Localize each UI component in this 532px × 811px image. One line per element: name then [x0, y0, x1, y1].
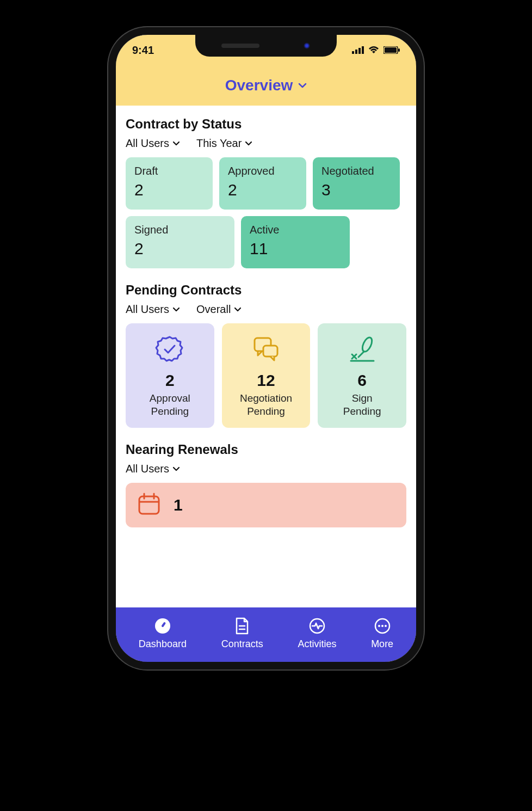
svg-rect-2 — [358, 48, 361, 54]
pending-card-sign[interactable]: 6SignPending — [318, 323, 406, 428]
phone-notch — [195, 35, 337, 57]
chevron-down-icon — [234, 307, 242, 312]
pending-label: NegotiationPending — [240, 392, 292, 418]
status-card-active[interactable]: Active11 — [241, 216, 350, 268]
chevron-down-icon — [245, 141, 252, 146]
section-title: Pending Contracts — [126, 282, 406, 298]
nav-dashboard[interactable]: Dashboard — [139, 617, 187, 650]
renewal-count: 1 — [174, 496, 183, 514]
svg-point-9 — [360, 336, 374, 353]
chevron-down-icon — [172, 466, 180, 471]
chevron-down-icon — [172, 141, 180, 146]
filter-users[interactable]: All Users — [126, 137, 180, 150]
status-indicators — [352, 44, 400, 57]
negotiation-icon — [250, 333, 282, 366]
pending-label: ApprovalPending — [150, 392, 190, 418]
svg-point-21 — [378, 625, 380, 627]
pending-card-approval[interactable]: 2ApprovalPending — [126, 323, 214, 428]
page-header[interactable]: Overview — [116, 65, 416, 106]
chevron-down-icon — [298, 81, 307, 90]
status-label: Approved — [228, 165, 298, 177]
calendar-icon — [137, 491, 162, 519]
document-icon — [233, 617, 251, 635]
chevron-down-icon — [172, 307, 180, 312]
svg-rect-3 — [362, 46, 364, 54]
status-label: Active — [250, 224, 341, 236]
status-count: 2 — [228, 181, 298, 199]
pending-card-negotiation[interactable]: 12NegotiationPending — [222, 323, 311, 428]
status-label: Draft — [134, 165, 204, 177]
status-count: 2 — [134, 239, 226, 258]
pending-count: 2 — [165, 371, 175, 390]
filter-period[interactable]: Overall — [196, 303, 242, 316]
status-time: 9:41 — [132, 44, 154, 57]
battery-icon — [383, 44, 400, 57]
status-label: Negotiated — [321, 165, 391, 177]
status-count: 2 — [134, 181, 204, 199]
wifi-icon — [368, 44, 379, 57]
status-count: 11 — [250, 239, 341, 258]
svg-rect-1 — [355, 50, 357, 54]
filter-users[interactable]: All Users — [126, 463, 180, 475]
svg-rect-6 — [398, 48, 400, 52]
pending-count: 6 — [357, 371, 367, 390]
activity-icon — [308, 617, 326, 635]
section-nearing-renewals: Nearing Renewals All Users 1 — [126, 442, 406, 527]
sign-icon — [346, 333, 379, 366]
svg-point-23 — [385, 625, 387, 627]
status-card-signed[interactable]: Signed2 — [126, 216, 234, 268]
page-title: Overview — [225, 77, 293, 94]
status-card-approved[interactable]: Approved2 — [219, 157, 306, 210]
section-title: Contract by Status — [126, 116, 406, 132]
status-card-draft[interactable]: Draft2 — [126, 157, 213, 210]
more-icon — [373, 617, 392, 635]
approval-icon — [153, 333, 186, 366]
section-title: Nearing Renewals — [126, 442, 406, 457]
renewal-card[interactable]: 1 — [126, 483, 406, 527]
svg-rect-11 — [139, 496, 159, 514]
svg-rect-8 — [263, 346, 277, 357]
nav-more[interactable]: More — [371, 617, 393, 650]
status-count: 3 — [321, 181, 391, 199]
section-contract-by-status: Contract by Status All Users This Year D… — [126, 116, 406, 268]
svg-rect-5 — [385, 47, 397, 53]
pending-count: 12 — [257, 371, 275, 390]
nav-activities[interactable]: Activities — [298, 617, 336, 650]
main-content: Contract by Status All Users This Year D… — [116, 106, 416, 607]
filter-users[interactable]: All Users — [126, 303, 180, 316]
svg-point-22 — [381, 625, 383, 627]
pending-label: SignPending — [343, 392, 381, 418]
bottom-nav: Dashboard Contracts Activities More — [116, 607, 416, 662]
phone-frame: 9:41 Overview Contract by Status All Use — [108, 27, 424, 669]
cellular-icon — [352, 44, 364, 57]
svg-rect-0 — [352, 51, 354, 54]
filter-period[interactable]: This Year — [196, 137, 252, 150]
section-pending-contracts: Pending Contracts All Users Overall 2App… — [126, 282, 406, 428]
dashboard-icon — [153, 617, 172, 635]
nav-contracts[interactable]: Contracts — [221, 617, 263, 650]
status-label: Signed — [134, 224, 226, 236]
status-card-negotiated[interactable]: Negotiated3 — [313, 157, 400, 210]
